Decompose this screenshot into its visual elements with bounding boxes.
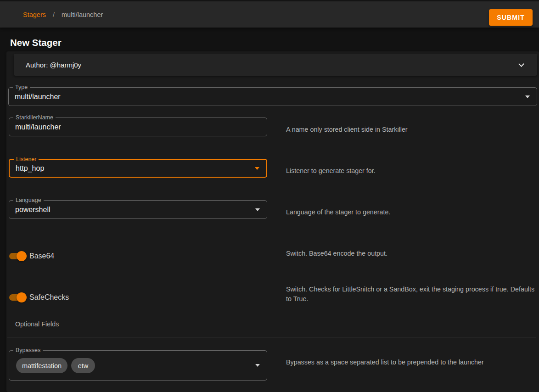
submit-button[interactable]: SUBMIT — [489, 9, 533, 26]
safechecks-description: Switch. Checks for LittleSnitch or a San… — [286, 285, 539, 304]
starkillername-label: StarkillerName — [13, 114, 56, 122]
type-value: multi/launcher — [15, 93, 61, 101]
bypasses-label: Bypasses — [13, 347, 43, 354]
breadcrumb-stagers-link[interactable]: Stagers — [23, 11, 46, 18]
listener-select[interactable]: Listener http_hop — [9, 159, 267, 178]
starkillername-input[interactable]: StarkillerName multi/launcher — [9, 118, 267, 136]
safechecks-switch-label[interactable]: SafeChecks — [29, 293, 69, 302]
bypass-chip[interactable]: mattifestation — [16, 358, 67, 373]
breadcrumb-current: multi/launcher — [62, 11, 103, 18]
divider — [7, 337, 536, 337]
app-root: Stagers / multi/launcher SUBMIT New Stag… — [0, 0, 539, 392]
listener-value: http_hop — [16, 164, 44, 173]
bypass-chip[interactable]: etw — [71, 358, 95, 373]
language-label: Language — [13, 196, 44, 204]
dropdown-arrow-icon — [255, 208, 260, 211]
base64-switch-label[interactable]: Base64 — [29, 252, 54, 260]
base64-switch[interactable] — [9, 251, 27, 261]
page-header: New Stager — [0, 29, 539, 51]
author-accordion-header[interactable]: Author: @harmj0y — [14, 54, 537, 76]
listener-description: Listener to generate stager for. — [286, 166, 376, 176]
safechecks-switch[interactable] — [9, 292, 27, 302]
dropdown-arrow-icon — [525, 95, 530, 98]
chevron-down-icon — [518, 61, 524, 67]
switch-thumb — [17, 292, 27, 302]
toolbar: Stagers / multi/launcher SUBMIT — [0, 0, 539, 28]
type-label: Type — [13, 84, 30, 91]
bypasses-select[interactable]: Bypasses mattifestation etw — [9, 350, 267, 381]
starkillername-value: multi/launcher — [15, 123, 61, 131]
author-label: Author: @harmj0y — [26, 61, 81, 69]
breadcrumb: Stagers / multi/launcher — [23, 1, 103, 28]
optional-fields-header: Optional Fields — [15, 320, 59, 328]
language-select[interactable]: Language powershell — [9, 200, 267, 219]
stager-form-card: Author: @harmj0y Type multi/launcher Sta… — [6, 51, 539, 392]
bypasses-description: Bypasses as a space separated list to be… — [286, 358, 484, 367]
dropdown-arrow-icon — [255, 364, 260, 367]
dropdown-arrow-icon — [255, 167, 259, 170]
switch-thumb — [17, 251, 27, 261]
page-title: New Stager — [10, 37, 62, 48]
breadcrumb-separator: / — [53, 11, 55, 18]
type-select[interactable]: Type multi/launcher — [8, 87, 537, 106]
base64-description: Switch. Base64 encode the output. — [286, 249, 387, 258]
language-value: powershell — [15, 206, 50, 214]
starkillername-description: A name only stored client side in Starki… — [286, 125, 408, 134]
language-description: Language of the stager to generate. — [286, 207, 390, 217]
listener-label: Listener — [14, 156, 39, 163]
